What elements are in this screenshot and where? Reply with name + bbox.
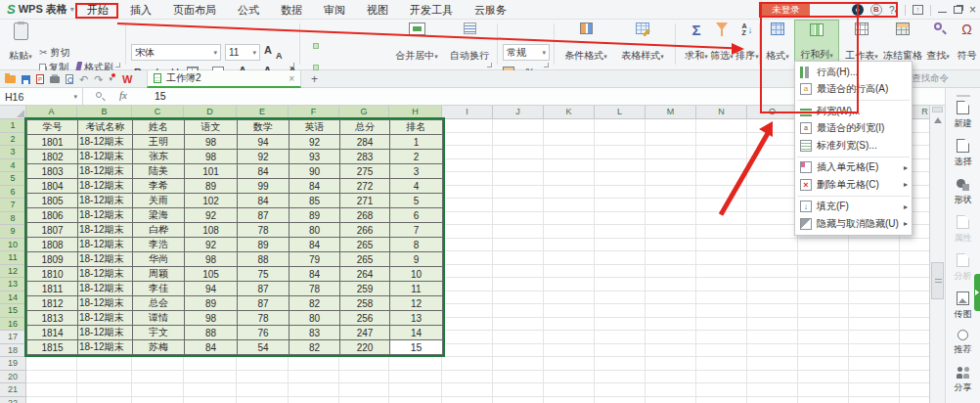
grid-cell[interactable] (696, 119, 747, 133)
increase-font-button[interactable]: A (264, 44, 272, 61)
grid-cell[interactable] (493, 291, 544, 305)
data-cell[interactable]: 89 (238, 238, 290, 252)
formula-input[interactable]: 15 (155, 90, 166, 102)
grid-cell[interactable] (237, 383, 289, 397)
row-header-3[interactable]: 3 (0, 146, 26, 159)
grid-cell[interactable] (544, 371, 595, 384)
column-header-L[interactable]: L (595, 106, 646, 119)
grid-cell[interactable] (493, 251, 544, 265)
grid-cell[interactable] (595, 278, 646, 291)
column-header-A[interactable]: A (26, 106, 77, 119)
header-cell[interactable]: 数学 (238, 120, 290, 135)
data-cell[interactable]: 梁海 (133, 208, 185, 223)
row-header-1[interactable]: 1 (0, 119, 26, 133)
grid-cell[interactable] (646, 251, 696, 265)
grid-cell[interactable] (442, 225, 493, 239)
wrap-text-button[interactable]: 自动换行 (446, 20, 493, 63)
data-cell[interactable]: 苏梅 (133, 340, 185, 355)
sidebar-item-推荐[interactable]: 推荐 (946, 330, 980, 356)
grid-cell[interactable] (747, 172, 798, 186)
grid-cell[interactable] (696, 225, 747, 239)
row-header-9[interactable]: 9 (0, 225, 26, 239)
data-cell[interactable]: 1812 (27, 296, 78, 311)
grid-cell[interactable] (696, 318, 747, 332)
data-cell[interactable]: 18-12期末 (78, 282, 133, 296)
align-top-button[interactable] (305, 43, 311, 49)
increase-indent-button[interactable] (336, 43, 342, 49)
data-cell[interactable]: 93 (290, 150, 340, 164)
data-cell[interactable]: 1802 (27, 150, 78, 164)
grid-cell[interactable] (595, 159, 646, 173)
grid-cell[interactable] (493, 371, 544, 384)
grid-cell[interactable] (747, 383, 798, 397)
restore-button[interactable] (954, 6, 962, 14)
data-cell[interactable]: 265 (340, 238, 390, 252)
row-header-15[interactable]: 15 (0, 304, 26, 318)
grid-cell[interactable] (493, 331, 544, 344)
data-cell[interactable]: 华尚 (133, 252, 185, 267)
grid-cell[interactable] (544, 318, 595, 332)
grid-cell[interactable] (646, 291, 696, 305)
grid-cell[interactable] (900, 304, 929, 318)
grid-cell[interactable] (442, 265, 493, 279)
grid-cell[interactable] (849, 265, 900, 279)
grid-cell[interactable] (595, 265, 646, 279)
data-cell[interactable]: 5 (390, 194, 443, 208)
header-cell[interactable]: 排名 (390, 120, 443, 135)
column-header-B[interactable]: B (77, 106, 132, 119)
grid-cell[interactable] (289, 357, 339, 371)
menu-item-A[interactable]: a最适合的行高(A) (795, 81, 912, 99)
data-cell[interactable]: 87 (238, 208, 290, 223)
grid-cell[interactable] (132, 371, 184, 384)
menu-tab-开始[interactable]: 开始 (76, 0, 119, 20)
data-cell[interactable]: 1804 (27, 179, 78, 194)
login-status-badge[interactable]: 未登录 (762, 2, 810, 17)
data-cell[interactable]: 1813 (27, 311, 78, 326)
grid-cell[interactable] (493, 225, 544, 239)
data-cell[interactable]: 78 (238, 223, 290, 238)
grid-cell[interactable] (696, 383, 747, 397)
data-cell[interactable]: 1 (390, 135, 443, 150)
data-cell[interactable]: 88 (185, 326, 238, 340)
grid-cell[interactable] (595, 133, 646, 147)
grid-cell[interactable] (493, 397, 544, 403)
grid-cell[interactable] (442, 172, 493, 186)
grid-cell[interactable] (900, 239, 929, 252)
data-cell[interactable]: 98 (185, 311, 238, 326)
grid-cell[interactable] (646, 119, 696, 133)
data-cell[interactable]: 15 (390, 340, 443, 355)
data-cell[interactable]: 18-12期末 (78, 179, 133, 194)
data-cell[interactable]: 1810 (27, 267, 78, 282)
grid-cell[interactable] (696, 186, 747, 200)
grid-cell[interactable] (747, 318, 798, 332)
column-header-C[interactable]: C (132, 106, 184, 119)
grid-cell[interactable] (595, 146, 646, 159)
grid-cell[interactable] (493, 318, 544, 332)
grid-cell[interactable] (237, 371, 289, 384)
grid-cell[interactable] (747, 344, 798, 358)
data-cell[interactable]: 1815 (27, 340, 78, 355)
grid-cell[interactable] (389, 371, 442, 384)
data-cell[interactable]: 1803 (27, 164, 78, 179)
data-cell[interactable]: 284 (340, 135, 390, 150)
grid-cell[interactable] (646, 172, 696, 186)
data-cell[interactable]: 1814 (27, 326, 78, 340)
dialog-launcher-icon[interactable] (544, 63, 549, 67)
grid-cell[interactable] (77, 357, 132, 371)
sidebar-item-形状[interactable]: 形状 (946, 177, 980, 206)
grid-cell[interactable] (849, 239, 900, 252)
grid-cell[interactable] (747, 357, 798, 371)
grid-cell[interactable] (747, 133, 798, 147)
data-cell[interactable]: 272 (340, 179, 390, 194)
minimize-button[interactable] (938, 12, 947, 13)
grid-cell[interactable] (646, 278, 696, 291)
data-cell[interactable]: 84 (238, 164, 290, 179)
menu-item-C[interactable]: ×删除单元格(C)▸ (795, 176, 912, 194)
grid-cell[interactable] (184, 397, 237, 403)
data-cell[interactable]: 84 (290, 179, 340, 194)
data-cell[interactable]: 李佳 (133, 282, 185, 296)
data-cell[interactable]: 李浩 (133, 238, 185, 252)
header-cell[interactable]: 英语 (290, 120, 340, 135)
menu-tab-视图[interactable]: 视图 (356, 0, 399, 20)
data-cell[interactable]: 80 (290, 223, 340, 238)
